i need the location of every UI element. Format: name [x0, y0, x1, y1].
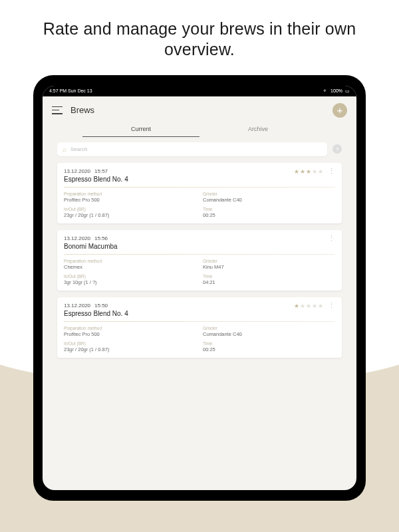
- inout-value: 3gr 10gr (1 / ?): [64, 279, 196, 285]
- prep-value: Profitec Pro 500: [64, 331, 196, 337]
- time-value: 04:21: [203, 279, 335, 285]
- more-icon[interactable]: ⋮: [328, 235, 335, 241]
- more-icon[interactable]: ⋮: [328, 303, 335, 308]
- time-label: Time: [203, 207, 335, 211]
- brew-list: 13.12.202015:57 Espresso Blend No. 4 ★★★…: [43, 163, 356, 358]
- prep-label: Preparation method: [64, 259, 196, 263]
- prep-label: Preparation method: [64, 326, 196, 331]
- rating-stars: ★★★★★: [294, 303, 324, 309]
- inout-value: 23gr / 20gr (1 / 0.87): [64, 212, 196, 218]
- help-button[interactable]: ?: [332, 144, 342, 154]
- inout-label: In/Out (BR): [64, 274, 196, 279]
- brew-card[interactable]: 13.12.202015:50 Espresso Blend No. 4 ★★★…: [57, 297, 342, 358]
- grinder-label: Grinder: [203, 192, 335, 196]
- time-value: 00:25: [203, 212, 335, 218]
- card-divider: [64, 321, 335, 322]
- prep-label: Preparation method: [64, 192, 196, 196]
- page-title: Brews: [70, 105, 325, 115]
- time-value: 00:25: [203, 346, 335, 352]
- grinder-value: Kinu M47: [203, 264, 335, 270]
- promo-headline: Rate and manage your brews in their own …: [0, 0, 399, 70]
- wifi-icon: ᯤ: [323, 88, 328, 93]
- prep-value: Chemex: [64, 264, 196, 270]
- brew-name: Espresso Blend No. 4: [64, 176, 294, 183]
- brew-datetime: 13.12.202015:50: [64, 303, 294, 309]
- inout-value: 23gr / 20gr (1 / 0.87): [64, 346, 196, 352]
- menu-icon[interactable]: [52, 106, 63, 114]
- battery-icon: ▭: [345, 88, 350, 94]
- brew-datetime: 13.12.202015:56: [64, 235, 324, 241]
- brew-name: Bonomi Macumba: [64, 243, 324, 250]
- tab-archive[interactable]: Archive: [200, 122, 317, 137]
- grinder-value: Comandante C40: [203, 197, 335, 203]
- brew-card[interactable]: 13.12.202015:57 Espresso Blend No. 4 ★★★…: [57, 163, 342, 223]
- grinder-label: Grinder: [203, 326, 335, 331]
- card-divider: [64, 187, 335, 188]
- card-divider: [64, 254, 335, 255]
- tablet-frame: 4:57 PM Sun Dec 13 ᯤ 100% ▭ Brews + Curr…: [33, 75, 366, 501]
- inout-label: In/Out (BR): [64, 341, 196, 346]
- tab-bar: Current Archive: [43, 122, 356, 137]
- add-brew-button[interactable]: +: [332, 103, 347, 118]
- status-time: 4:57 PM Sun Dec 13: [49, 88, 92, 93]
- more-icon[interactable]: ⋮: [328, 168, 335, 174]
- grinder-value: Comandante C40: [203, 331, 335, 337]
- status-bar: 4:57 PM Sun Dec 13 ᯤ 100% ▭: [43, 86, 356, 96]
- search-input[interactable]: ⌕ Search: [57, 142, 327, 156]
- grinder-label: Grinder: [203, 259, 335, 263]
- time-label: Time: [203, 341, 335, 346]
- prep-value: Profitec Pro 500: [64, 197, 196, 203]
- brew-datetime: 13.12.202015:57: [64, 168, 294, 174]
- search-icon: ⌕: [63, 146, 66, 153]
- brew-name: Espresso Blend No. 4: [64, 310, 294, 317]
- time-label: Time: [203, 274, 335, 279]
- battery-label: 100%: [331, 88, 342, 93]
- search-placeholder: Search: [70, 146, 87, 152]
- brew-card[interactable]: 13.12.202015:56 Bonomi Macumba ⋮ Prepara…: [57, 230, 342, 291]
- tab-current[interactable]: Current: [82, 122, 200, 137]
- rating-stars: ★★★★★: [294, 168, 324, 175]
- inout-label: In/Out (BR): [64, 207, 196, 211]
